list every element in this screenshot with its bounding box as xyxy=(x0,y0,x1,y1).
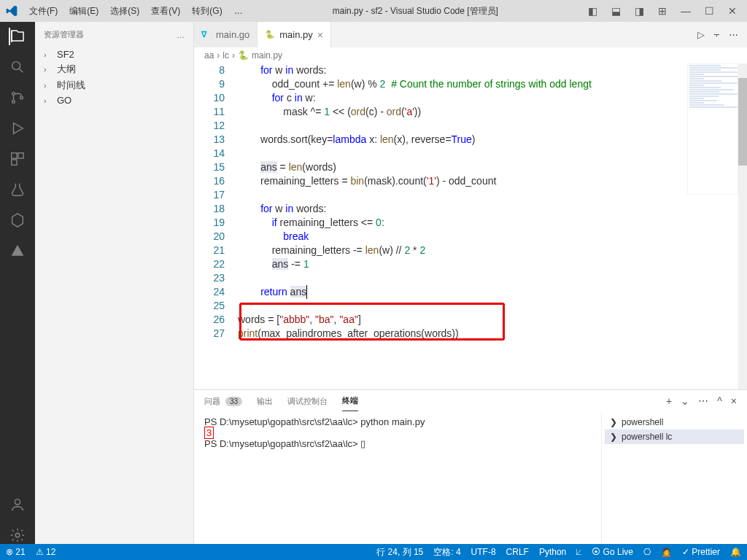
extensions-icon[interactable] xyxy=(9,150,26,168)
sidebar-title: 资源管理器 xyxy=(44,29,84,40)
vertical-scrollbar[interactable] xyxy=(738,63,747,389)
explorer-icon[interactable] xyxy=(9,28,26,45)
status-golive[interactable]: ⦿ Go Live xyxy=(592,547,633,557)
terminal-shell-icon: ❯ xyxy=(609,417,617,427)
svg-rect-4 xyxy=(12,153,17,158)
terminal[interactable]: PS D:\mysetup\gopath\src\sf2\aa\lc> pyth… xyxy=(194,412,601,544)
status-spaces[interactable]: 空格: 4 xyxy=(433,546,460,559)
filter-icon[interactable] xyxy=(9,242,26,260)
titlebar: 文件(F) 编辑(E) 选择(S) 查看(V) 转到(G) … main.py … xyxy=(0,0,747,22)
status-bell-icon[interactable]: 🔔 xyxy=(730,547,741,557)
menu-goto[interactable]: 转到(G) xyxy=(187,4,226,19)
minimize-icon[interactable]: — xyxy=(677,5,694,17)
code-editor[interactable]: 89101112131415161718192021222324252627 f… xyxy=(194,63,747,389)
layout-left-icon[interactable]: ◧ xyxy=(584,5,601,17)
split-editor-icon[interactable]: ⫟ xyxy=(712,29,721,40)
main-area: 资源管理器 … ›SF2 ›大纲 ›时间线 ›GO ᐁ main.go 🐍 ma… xyxy=(0,22,747,544)
python-file-icon: 🐍 xyxy=(238,50,249,61)
sidebar-more-icon[interactable]: … xyxy=(177,31,185,39)
sidebar: 资源管理器 … ›SF2 ›大纲 ›时间线 ›GO xyxy=(35,22,194,544)
svg-point-7 xyxy=(15,499,20,505)
highlight-box xyxy=(239,303,505,341)
menu-edit[interactable]: 编辑(E) xyxy=(65,4,103,19)
status-extra2-icon[interactable]: ⎔ xyxy=(643,547,651,557)
tree-item-timeline[interactable]: ›时间线 xyxy=(38,77,190,93)
close-icon[interactable]: ✕ xyxy=(724,5,741,17)
tab-main-py[interactable]: 🐍 main.py × xyxy=(258,22,331,47)
status-language[interactable]: Python xyxy=(539,547,566,557)
minimap[interactable] xyxy=(687,63,738,195)
maximize-icon[interactable]: ☐ xyxy=(700,5,718,17)
svg-rect-6 xyxy=(12,160,17,165)
settings-gear-icon[interactable] xyxy=(9,526,26,544)
terminal-list: ❯powershell ❯powershell lc xyxy=(601,412,747,544)
panel-tab-problems[interactable]: 问题 33 xyxy=(204,392,242,411)
panel-maximize-icon[interactable]: ^ xyxy=(717,395,722,407)
panel-more-icon[interactable]: ⋯ xyxy=(698,395,708,407)
python-file-icon: 🐍 xyxy=(265,30,275,40)
run-icon[interactable]: ▷ xyxy=(697,29,705,40)
menu-file[interactable]: 文件(F) xyxy=(25,4,62,19)
status-errors[interactable]: ⊗ 21 xyxy=(6,547,26,557)
status-encoding[interactable]: UTF-8 xyxy=(471,547,496,557)
source-control-icon[interactable] xyxy=(9,89,26,106)
panel-tab-debug[interactable]: 调试控制台 xyxy=(287,392,328,411)
status-extra1-icon[interactable]: ⟀ xyxy=(576,547,581,557)
svg-point-8 xyxy=(15,533,20,537)
terminal-output-highlight: 3 xyxy=(204,427,214,439)
panel-tab-output[interactable]: 输出 xyxy=(257,392,273,411)
svg-point-0 xyxy=(12,62,20,70)
layout-grid-icon[interactable]: ⊞ xyxy=(654,5,671,17)
search-icon[interactable] xyxy=(9,58,26,76)
activity-bar xyxy=(0,22,35,544)
breadcrumb[interactable]: aa › lc › 🐍 main.py xyxy=(194,47,747,63)
svg-point-3 xyxy=(20,96,23,99)
terminal-item-powershell[interactable]: ❯powershell xyxy=(605,415,744,429)
editor-area: ᐁ main.go 🐍 main.py × ▷ ⫟ ⋯ aa › lc › 🐍 … xyxy=(194,22,747,544)
layout-right-icon[interactable]: ◨ xyxy=(630,5,648,17)
tree-item-sf2[interactable]: ›SF2 xyxy=(38,47,190,61)
svg-point-1 xyxy=(12,93,15,96)
tab-main-go[interactable]: ᐁ main.go xyxy=(194,22,258,47)
panel-close-icon[interactable]: × xyxy=(731,395,737,407)
status-bar: ⊗ 21 ⚠ 12 行 24, 列 15 空格: 4 UTF-8 CRLF Py… xyxy=(0,544,747,560)
status-prettier[interactable]: ✓ Prettier xyxy=(682,547,720,557)
status-eol[interactable]: CRLF xyxy=(506,547,529,557)
tree-item-outline[interactable]: ›大纲 xyxy=(38,61,190,77)
menu-more[interactable]: … xyxy=(230,4,247,18)
terminal-dropdown-icon[interactable]: ⌄ xyxy=(681,395,689,407)
editor-more-icon[interactable]: ⋯ xyxy=(729,29,738,40)
chevron-right-icon: › xyxy=(44,65,54,74)
go-file-icon: ᐁ xyxy=(201,30,212,40)
tree-item-go[interactable]: ›GO xyxy=(38,93,190,107)
tab-label: main.py xyxy=(279,29,313,40)
terminal-item-powershell-lc[interactable]: ❯powershell lc xyxy=(605,429,744,444)
status-person-icon[interactable]: 🙍 xyxy=(661,547,672,557)
editor-tabs: ᐁ main.go 🐍 main.py × ▷ ⫟ ⋯ xyxy=(194,22,747,47)
layout-bottom-icon[interactable]: ⬓ xyxy=(607,5,624,17)
bottom-panel: 问题 33 输出 调试控制台 终端 + ⌄ ⋯ ^ × PS D:\mysetu… xyxy=(194,389,747,544)
chevron-right-icon: › xyxy=(44,81,54,90)
menu-view[interactable]: 查看(V) xyxy=(147,4,185,19)
chevron-right-icon: › xyxy=(44,96,54,105)
account-icon[interactable] xyxy=(9,496,26,513)
tab-close-icon[interactable]: × xyxy=(317,29,323,41)
svg-rect-5 xyxy=(18,153,23,158)
status-warnings[interactable]: ⚠ 12 xyxy=(36,547,56,557)
terminal-shell-icon: ❯ xyxy=(609,432,617,442)
testing-icon[interactable] xyxy=(9,181,26,198)
line-gutter: 89101112131415161718192021222324252627 xyxy=(194,63,238,389)
chevron-right-icon: › xyxy=(44,50,54,59)
panel-tab-terminal[interactable]: 终端 xyxy=(342,391,358,411)
tab-label: main.go xyxy=(216,29,249,40)
new-terminal-icon[interactable]: + xyxy=(666,395,672,407)
run-debug-icon[interactable] xyxy=(9,120,26,137)
window-title: main.py - sf2 - Visual Studio Code [管理员] xyxy=(250,5,581,18)
vscode-logo-icon xyxy=(6,5,18,17)
status-cursor-pos[interactable]: 行 24, 列 15 xyxy=(376,546,423,559)
hex-icon[interactable] xyxy=(9,211,26,229)
menu-select[interactable]: 选择(S) xyxy=(106,4,144,19)
svg-point-2 xyxy=(12,101,15,104)
